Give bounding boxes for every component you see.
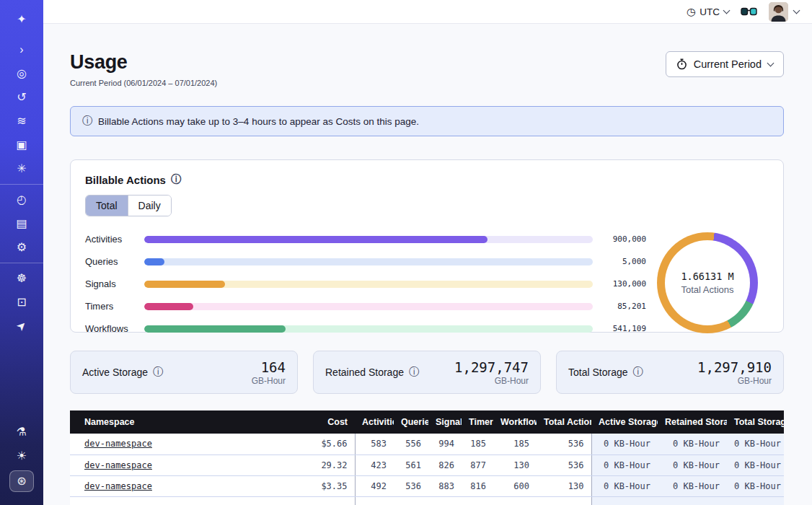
namespace-usage-table-wrap: NamespaceCostActivitiesQueriesSignalsTim… (70, 410, 784, 505)
col-header-total-storage: Total Storage (727, 410, 784, 434)
deployments-cube-icon[interactable]: ▣ (9, 136, 34, 154)
history-icon[interactable]: ↺ (9, 88, 34, 107)
bar-fill (144, 236, 487, 243)
billing-card-icon[interactable]: ▤ (9, 214, 34, 233)
usage-dollar-icon[interactable]: ⊛ (9, 470, 34, 492)
chevron-down-icon (767, 60, 775, 67)
bar-row-timers: Timers85,201 (85, 301, 646, 312)
table-cell: 556 (394, 434, 428, 454)
bar-value: 541,109 (600, 324, 646, 333)
table-cell: 600 (493, 475, 537, 496)
table-cell (537, 496, 591, 505)
donut-total-value: 1.66131 M (681, 271, 733, 282)
table-cell: 130 (537, 475, 591, 496)
user-menu[interactable] (769, 2, 799, 22)
table-cell: 883 (428, 475, 462, 496)
period-dropdown-button[interactable]: Current Period (666, 51, 784, 77)
storage-card-retained-storage: Retained Storageⓘ1,297,747GB-Hour (313, 351, 541, 394)
tab-total[interactable]: Total (86, 196, 128, 216)
storage-card-active-storage: Active Storageⓘ164GB-Hour (70, 351, 298, 394)
table-cell: 0 KB-Hour (591, 454, 658, 475)
table-cell: 0 KB-Hour (591, 475, 658, 496)
storage-card-total-storage: Total Storageⓘ1,297,910GB-Hour (556, 351, 784, 394)
page-subtitle: Current Period (06/01/2024 – 07/01/2024) (70, 79, 217, 87)
period-button-label: Current Period (694, 58, 762, 70)
bar-value: 5,000 (600, 257, 646, 266)
table-cell: 536 (537, 434, 591, 454)
timezone-selector[interactable]: ◷ UTC (687, 6, 729, 17)
table-cell: 826 (428, 454, 462, 475)
bar-fill (144, 325, 286, 333)
temporal-logo-icon[interactable]: ✦ (9, 10, 34, 29)
table-cell: 0 KB-Hour (658, 475, 727, 496)
bar-label: Workflows (85, 323, 137, 334)
support-lifebuoy-icon[interactable]: ☸ (9, 269, 34, 288)
bar-value: 85,201 (600, 302, 646, 311)
info-icon[interactable]: ⓘ (633, 366, 643, 379)
total-actions-donut: 1.66131 M Total Actions (646, 231, 769, 334)
namespace-cell: dev-namespace (70, 475, 275, 496)
bar-fill (144, 281, 225, 288)
storage-card-unit: GB-Hour (454, 376, 529, 386)
main-area: ◷ UTC (43, 0, 812, 505)
feedback-glasses-button[interactable] (741, 6, 757, 17)
billable-actions-title: Billable Actions (85, 174, 166, 186)
table-cell: 0 KB-Hour (658, 434, 727, 454)
table-cell: 561 (394, 454, 428, 475)
usage-gauge-icon[interactable]: ◴ (9, 190, 34, 209)
info-icon[interactable]: ⓘ (171, 173, 181, 186)
info-icon[interactable]: ⓘ (153, 366, 163, 379)
layers-icon[interactable]: ≋ (9, 112, 34, 131)
bar-track (144, 258, 593, 265)
storage-card-unit: GB-Hour (697, 376, 772, 386)
col-header-workflows: Workflows (493, 410, 537, 434)
namespaces-icon[interactable]: ◎ (9, 64, 34, 83)
table-cell: 0 KB-Hour (658, 454, 727, 475)
namespace-link[interactable]: dev-namespace (84, 481, 152, 491)
bar-row-signals: Signals130,000 (85, 278, 646, 289)
glasses-icon (741, 6, 757, 17)
table-cell: 130 (493, 454, 537, 475)
getting-started-rocket-icon[interactable]: ➤ (6, 311, 37, 341)
bar-fill (144, 303, 193, 310)
col-header-signals: Signals (428, 410, 462, 434)
storage-card-value: 164 (252, 359, 286, 375)
page-header: Usage Current Period (06/01/2024 – 07/01… (70, 51, 784, 87)
theme-sun-icon[interactable]: ☀ (9, 447, 34, 465)
user-menu-chevron-icon (793, 7, 800, 14)
nexus-asterisk-icon[interactable]: ✳ (9, 159, 34, 178)
table-cell (591, 496, 658, 505)
app-root: ✦›◎↺≋▣✳◴▤⚙☸⊡➤⚗☀⊛ ◷ UTC (0, 0, 812, 505)
table-cell (394, 496, 428, 505)
namespace-link[interactable]: dev-namespace (84, 460, 152, 470)
table-cell: $3.35 (275, 475, 355, 496)
bar-track (144, 281, 593, 288)
col-header-activities: Activities (355, 410, 394, 434)
billable-view-tabs: TotalDaily (85, 195, 172, 216)
bar-label: Activities (85, 234, 137, 245)
table-cell (462, 496, 493, 505)
storage-card-value: 1,297,747 (454, 359, 529, 375)
terminal-icon[interactable]: ⊡ (9, 293, 34, 312)
page-content: Usage Current Period (06/01/2024 – 07/01… (43, 24, 812, 505)
expand-sidebar-chevron-icon[interactable]: › (9, 40, 34, 59)
col-header-namespace: Namespace (70, 410, 275, 434)
info-icon[interactable]: ⓘ (409, 366, 419, 379)
namespace-link[interactable]: dev-namespace (84, 439, 152, 449)
storage-card-label: Active Storage (82, 366, 148, 378)
table-cell: 423 (355, 454, 394, 475)
col-header-active-storage: Active Storage (591, 410, 658, 434)
table-cell (275, 496, 355, 505)
table-cell: 0 KB-Hour (727, 475, 784, 496)
labs-flask-icon[interactable]: ⚗ (9, 423, 34, 442)
table-cell: 185 (462, 434, 493, 454)
table-cell: 994 (428, 434, 462, 454)
bar-row-workflows: Workflows541,109 (85, 323, 646, 334)
tab-daily[interactable]: Daily (128, 196, 171, 216)
col-header-cost: Cost (275, 410, 355, 434)
settings-gear-icon[interactable]: ⚙ (9, 238, 34, 257)
donut-total-label: Total Actions (681, 284, 734, 295)
clock-icon: ◷ (687, 6, 695, 17)
table-cell (727, 496, 784, 505)
bar-track (144, 325, 593, 333)
